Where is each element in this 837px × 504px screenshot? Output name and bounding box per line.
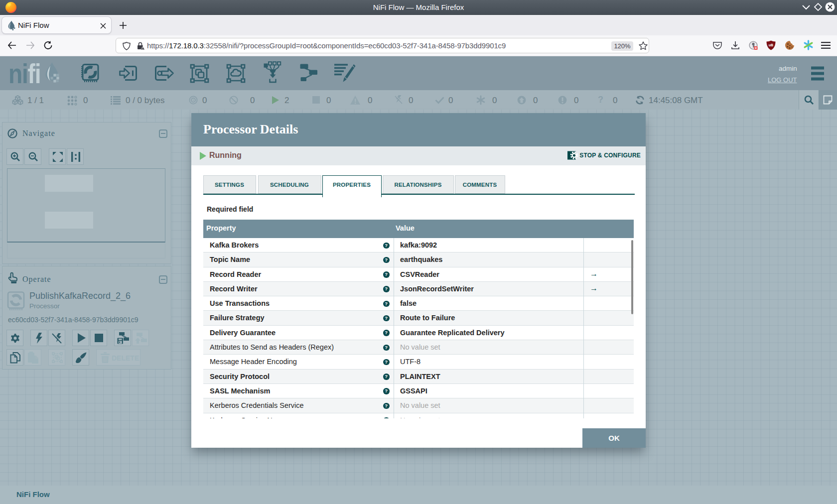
svg-text:uB: uB xyxy=(769,43,773,47)
